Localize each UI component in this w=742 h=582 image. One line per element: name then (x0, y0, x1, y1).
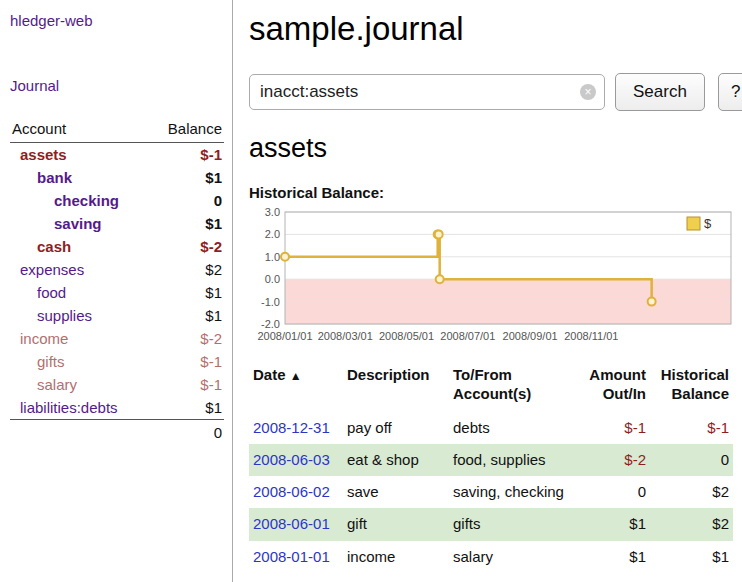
register-row: 2008-06-01 gift gifts $1 $2 (249, 508, 733, 540)
transaction-amount: $-1 (581, 412, 650, 444)
transaction-description: save (347, 476, 453, 508)
transaction-date-link[interactable]: 2008-06-03 (253, 451, 330, 468)
account-balance: $1 (150, 166, 224, 189)
transaction-amount: $1 (581, 508, 650, 540)
account-link[interactable]: assets (20, 146, 67, 163)
account-link[interactable]: gifts (37, 353, 65, 370)
account-row: cash $-2 (10, 235, 224, 258)
account-link[interactable]: bank (37, 169, 72, 186)
y-tick-label: 2.0 (265, 228, 280, 240)
account-row: income $-2 (10, 327, 224, 350)
account-balance: $-1 (150, 373, 224, 396)
account-balance: $-1 (150, 143, 224, 167)
register-header-accounts: To/From Account(s) (453, 364, 581, 412)
x-tick-label: 2008/03/01 (318, 330, 373, 342)
help-button[interactable]: ? (718, 73, 742, 111)
account-row: food $1 (10, 281, 224, 304)
transaction-description: eat & shop (347, 444, 453, 476)
chart-title: Historical Balance: (249, 184, 742, 201)
transaction-amount: $-2 (581, 444, 650, 476)
page-title: sample.journal (249, 10, 742, 48)
register-header-amount: Amount Out/In (581, 364, 650, 412)
account-balance: $1 (150, 304, 224, 327)
transaction-accounts: food, supplies (453, 444, 581, 476)
transaction-accounts: salary (453, 541, 581, 573)
data-point-marker (648, 298, 656, 306)
account-link[interactable]: income (20, 330, 68, 347)
account-balance: $2 (150, 258, 224, 281)
transaction-description: income (347, 541, 453, 573)
accounts-tree-table: Account Balance assets $-1 bank $1 (10, 118, 224, 445)
register-table: Date ▲ Description To/From Account(s) Am… (249, 364, 733, 573)
transaction-accounts: gifts (453, 508, 581, 540)
y-tick-label: 3.0 (265, 206, 280, 218)
account-balance: $-2 (150, 327, 224, 350)
transaction-amount: $1 (581, 541, 650, 573)
account-row: liabilities:debts $1 (10, 396, 224, 420)
accounts-list: assets $-1 bank $1 checking 0 savin (10, 143, 224, 420)
transaction-date-link[interactable]: 2008-06-02 (253, 483, 330, 500)
register-header-date[interactable]: Date ▲ (249, 364, 347, 412)
register-row: 2008-01-01 income salary $1 $1 (249, 541, 733, 573)
sidebar: hledger-web Journal Account Balance asse… (0, 0, 233, 582)
account-row: checking 0 (10, 189, 224, 212)
y-tick-label: -1.0 (261, 296, 280, 308)
transaction-date-link[interactable]: 2008-12-31 (253, 419, 330, 436)
transaction-amount: 0 (581, 476, 650, 508)
transaction-balance: $1 (650, 541, 733, 573)
search-input[interactable] (249, 74, 605, 110)
data-point-marker (435, 230, 443, 238)
accounts-total-value: 0 (150, 420, 224, 446)
y-tick-label: 0.0 (265, 273, 280, 285)
transaction-balance: 0 (650, 444, 733, 476)
register-header-balance: Historical Balance (650, 364, 733, 412)
account-link[interactable]: checking (54, 192, 119, 209)
transaction-description: gift (347, 508, 453, 540)
account-row: gifts $-1 (10, 350, 224, 373)
x-tick-label: 2008/01/01 (257, 330, 312, 342)
data-point-marker (281, 253, 289, 261)
register-rows: 2008-12-31 pay off debts $-1 $-1 2008-06… (249, 412, 733, 573)
sidebar-item-journal[interactable]: Journal (10, 77, 224, 94)
account-link[interactable]: food (37, 284, 66, 301)
account-link[interactable]: supplies (37, 307, 92, 324)
transaction-date-link[interactable]: 2008-01-01 (253, 548, 330, 565)
account-balance: $-2 (150, 235, 224, 258)
register-row: 2008-06-02 save saving, checking 0 $2 (249, 476, 733, 508)
account-row: supplies $1 (10, 304, 224, 327)
account-balance: 0 (150, 189, 224, 212)
account-row: salary $-1 (10, 373, 224, 396)
account-link[interactable]: salary (37, 376, 77, 393)
accounts-header-balance: Balance (150, 118, 224, 143)
transaction-accounts: saving, checking (453, 476, 581, 508)
register-header-description: Description (347, 364, 453, 412)
account-balance: $-1 (150, 350, 224, 373)
clear-search-icon[interactable]: × (580, 84, 596, 100)
account-row: expenses $2 (10, 258, 224, 281)
account-link[interactable]: cash (37, 238, 71, 255)
accounts-header-row: Account Balance (10, 118, 224, 143)
y-tick-label: -2.0 (261, 318, 280, 330)
x-tick-label: 2008/07/01 (440, 330, 495, 342)
legend-swatch (687, 217, 700, 230)
x-tick-label: 2008/11/01 (564, 330, 618, 342)
register-row: 2008-12-31 pay off debts $-1 $-1 (249, 412, 733, 444)
transaction-balance: $-1 (650, 412, 733, 444)
app-title-link[interactable]: hledger-web (10, 12, 93, 29)
transaction-balance: $2 (650, 508, 733, 540)
register-row: 2008-06-03 eat & shop food, supplies $-2… (249, 444, 733, 476)
transaction-balance: $2 (650, 476, 733, 508)
account-row: assets $-1 (10, 143, 224, 167)
register-header-row: Date ▲ Description To/From Account(s) Am… (249, 364, 733, 412)
accounts-header-account: Account (10, 118, 150, 143)
y-tick-label: 1.0 (265, 251, 280, 263)
account-link[interactable]: expenses (20, 261, 84, 278)
account-row: saving $1 (10, 212, 224, 235)
transaction-date-link[interactable]: 2008-06-01 (253, 515, 330, 532)
search-bar: × Search ? (249, 73, 742, 111)
account-link[interactable]: saving (54, 215, 102, 232)
search-button[interactable]: Search (615, 73, 705, 111)
account-link[interactable]: liabilities:debts (20, 399, 118, 416)
transaction-accounts: debts (453, 412, 581, 444)
main-content: sample.journal × Search ? assets Histori… (233, 0, 742, 582)
